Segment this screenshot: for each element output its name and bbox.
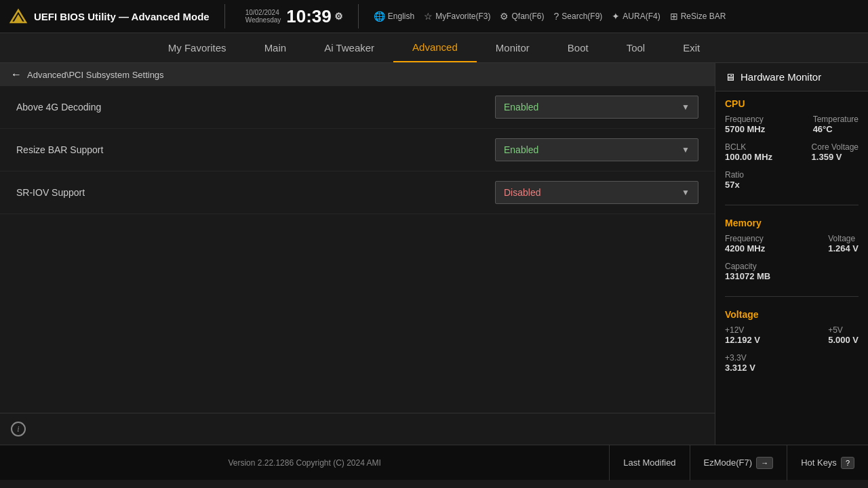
hw-monitor-sidebar: 🖥 Hardware Monitor CPU Frequency 5700 MH…: [715, 63, 868, 445]
toolbar: 🌐 English ☆ MyFavorite(F3) ⚙ Qfan(F6) ? …: [374, 11, 726, 22]
breadcrumb-path: Advanced\PCI Subsystem Settings: [27, 70, 164, 80]
logo-area: UEFI BIOS Utility — Advanced Mode: [8, 6, 210, 26]
toolbar-resizebar[interactable]: ⊞ ReSize BAR: [670, 11, 726, 22]
monitor-screen-icon: 🖥: [725, 71, 735, 83]
footer-right: Last Modified EzMode(F7) → Hot Keys ?: [609, 445, 868, 481]
hw-voltage-title: Voltage: [725, 309, 859, 320]
hw-mem-capacity: Capacity 131072 MB: [725, 262, 859, 281]
hw-cpu-bclk-row: BCLK 100.00 MHz Core Voltage 1.359 V: [725, 142, 859, 167]
asus-logo-icon: [8, 6, 28, 26]
header-separator-2: [358, 4, 359, 28]
settings-list: Above 4G Decoding Enabled ▼ Resize BAR S…: [0, 86, 715, 413]
nav-main[interactable]: Main: [245, 34, 306, 62]
sr-iov-control[interactable]: Disabled ▼: [495, 181, 698, 204]
footer-copyright: Version 2.22.1286 Copyright (C) 2024 AMI: [228, 458, 380, 468]
content-area: ← Advanced\PCI Subsystem Settings Above …: [0, 63, 715, 445]
sr-iov-dropdown[interactable]: Disabled ▼: [495, 181, 698, 204]
ez-mode-btn[interactable]: EzMode(F7) →: [690, 445, 787, 481]
search-icon: ?: [554, 11, 559, 22]
hw-divider-1: [725, 205, 859, 205]
toolbar-aura[interactable]: ✦ AURA(F4): [612, 11, 660, 22]
globe-icon: 🌐: [374, 11, 385, 22]
header-bar: UEFI BIOS Utility — Advanced Mode 10/02/…: [0, 0, 868, 33]
setting-resize-bar: Resize BAR Support Enabled ▼: [0, 129, 715, 171]
nav-exit[interactable]: Exit: [664, 34, 719, 62]
hw-mem-freq-row: Frequency 4200 MHz Voltage 1.264 V: [725, 234, 859, 259]
nav-my-favorites[interactable]: My Favorites: [149, 34, 245, 62]
fan-icon: ⚙: [500, 11, 509, 22]
toolbar-myfavorite[interactable]: ☆ MyFavorite(F3): [424, 11, 490, 22]
above-4g-value: Enabled: [504, 102, 538, 113]
hw-cpu-freq-row: Frequency 5700 MHz Temperature 46°C: [725, 115, 859, 140]
hw-volt-33v: +3.3V 3.312 V: [725, 353, 859, 373]
hw-volt-12v-5v-row: +12V 12.192 V +5V 5.000 V: [725, 325, 859, 350]
above-4g-dropdown[interactable]: Enabled ▼: [495, 96, 698, 119]
main-layout: ← Advanced\PCI Subsystem Settings Above …: [0, 63, 868, 445]
setting-above-4g: Above 4G Decoding Enabled ▼: [0, 86, 715, 129]
resize-bar-label: Resize BAR Support: [16, 144, 495, 155]
app-title: UEFI BIOS Utility — Advanced Mode: [34, 11, 210, 22]
datetime-area: 10/02/2024 Wednesday 10:39 ⚙: [240, 6, 343, 27]
info-bar: i: [0, 413, 715, 445]
sr-iov-dropdown-arrow: ▼: [682, 188, 690, 197]
nav-advanced[interactable]: Advanced: [393, 33, 477, 62]
footer: Version 2.22.1286 Copyright (C) 2024 AMI…: [0, 445, 868, 480]
setting-sr-iov: SR-IOV Support Disabled ▼: [0, 171, 715, 214]
aura-icon: ✦: [612, 11, 620, 22]
ez-mode-icon: →: [756, 457, 773, 469]
hw-cpu-title: CPU: [725, 98, 859, 109]
resize-bar-control[interactable]: Enabled ▼: [495, 138, 698, 161]
hw-cpu-ratio: Ratio 57x: [725, 170, 859, 190]
hw-divider-2: [725, 296, 859, 297]
hot-keys-btn[interactable]: Hot Keys ?: [787, 445, 868, 481]
nav-ai-tweaker[interactable]: Ai Tweaker: [305, 34, 393, 62]
last-modified-btn[interactable]: Last Modified: [609, 445, 689, 481]
hw-monitor-title: 🖥 Hardware Monitor: [715, 63, 868, 92]
nav-tool[interactable]: Tool: [608, 34, 665, 62]
hot-keys-icon: ?: [841, 457, 854, 469]
star-icon: ☆: [424, 11, 433, 22]
nav-boot[interactable]: Boot: [549, 34, 608, 62]
sr-iov-value: Disabled: [504, 187, 540, 198]
resize-icon: ⊞: [670, 11, 678, 22]
above-4g-label: Above 4G Decoding: [16, 102, 495, 113]
resize-bar-dropdown-arrow: ▼: [682, 145, 690, 155]
above-4g-dropdown-arrow: ▼: [682, 102, 690, 112]
info-icon: i: [11, 422, 26, 436]
resize-bar-dropdown[interactable]: Enabled ▼: [495, 138, 698, 161]
resize-bar-value: Enabled: [504, 144, 538, 155]
footer-left: Version 2.22.1286 Copyright (C) 2024 AMI: [0, 458, 609, 468]
hw-memory-section: Memory Frequency 4200 MHz Voltage 1.264 …: [715, 211, 868, 291]
settings-gear-icon[interactable]: ⚙: [334, 11, 343, 22]
header-separator-1: [224, 4, 225, 28]
sr-iov-label: SR-IOV Support: [16, 187, 495, 198]
above-4g-control[interactable]: Enabled ▼: [495, 96, 698, 119]
hw-voltage-section: Voltage +12V 12.192 V +5V 5.000 V +3.3V …: [715, 302, 868, 382]
toolbar-qfan[interactable]: ⚙ Qfan(F6): [500, 11, 544, 22]
hw-memory-title: Memory: [725, 218, 859, 228]
nav-monitor[interactable]: Monitor: [477, 34, 549, 62]
breadcrumb: ← Advanced\PCI Subsystem Settings: [0, 63, 715, 86]
clock-display: 10:39 ⚙: [286, 6, 343, 27]
main-nav: My Favorites Main Ai Tweaker Advanced Mo…: [0, 33, 868, 63]
back-arrow-icon[interactable]: ←: [11, 68, 22, 81]
toolbar-search[interactable]: ? Search(F9): [554, 11, 603, 22]
toolbar-language[interactable]: 🌐 English: [374, 11, 414, 22]
hw-cpu-section: CPU Frequency 5700 MHz Temperature 46°C …: [715, 92, 868, 199]
date-display: 10/02/2024 Wednesday: [245, 9, 281, 24]
